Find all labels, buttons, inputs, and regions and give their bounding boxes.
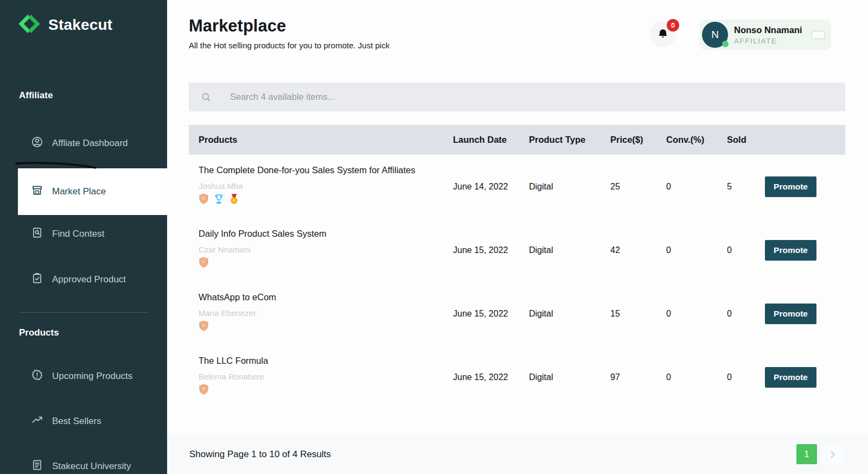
- product-badges: [199, 194, 453, 206]
- sidebar-item-market-place[interactable]: Market Place: [18, 168, 167, 215]
- promote-button[interactable]: Promote: [765, 367, 816, 388]
- brand-name: Stakecut: [48, 16, 112, 34]
- next-page-button[interactable]: [822, 444, 843, 464]
- product-author: Belema Ronabere: [199, 372, 453, 381]
- product-row: WhatsApp to eCom Maria Ebenezer June 15,…: [189, 282, 845, 345]
- shield-badge-icon: [199, 193, 209, 207]
- column-header-sold: Sold: [727, 135, 765, 145]
- sidebar-item-approved-product[interactable]: Approved Product: [0, 267, 167, 293]
- main-content: Marketplace All the Hot selling products…: [167, 0, 868, 474]
- seal-exclamation-icon: [31, 369, 43, 384]
- shield-badge-icon: [199, 384, 209, 397]
- notification-count-badge: 0: [667, 19, 679, 31]
- clipboard-check-icon: [31, 272, 43, 287]
- search-bar: [189, 83, 845, 111]
- page-title: Marketplace: [189, 16, 390, 36]
- sidebar-item-stakecut-university[interactable]: Stakecut University: [19, 453, 148, 474]
- product-type-cell: Digital: [529, 309, 610, 319]
- sidebar-item-best-sellers[interactable]: Best Sellers: [19, 408, 148, 434]
- trophy-badge-icon: [214, 193, 224, 207]
- bell-icon: [656, 28, 669, 41]
- price-cell: 25: [610, 182, 666, 192]
- table-header: Products Launch Date Product Type Price(…: [189, 125, 845, 155]
- user-meta: Nonso Nnamani AFFILIATE: [734, 25, 802, 45]
- table-footer: Showing Page 1 to 10 of 4 Results 1: [167, 434, 868, 474]
- notifications-button[interactable]: 0: [650, 21, 676, 47]
- product-author: Maria Ebenezer: [199, 308, 453, 318]
- launch-date-cell: June 15, 2022: [453, 309, 529, 319]
- product-author: Czar Nnamani: [199, 245, 453, 254]
- brand-logo[interactable]: Stakecut: [0, 0, 167, 36]
- column-header-products: Products: [199, 135, 453, 145]
- storefront-icon: [31, 184, 43, 199]
- product-author: Joshua Mba: [199, 181, 453, 191]
- user-profile-chip[interactable]: N Nonso Nnamani AFFILIATE: [700, 20, 831, 50]
- search-input[interactable]: [230, 92, 845, 102]
- product-title: WhatsApp to eCom: [199, 292, 453, 302]
- product-row: The LLC Formula Belema Ronabere June 15,…: [189, 345, 845, 409]
- product-row: The Complete Done-for-you Sales System f…: [189, 155, 845, 218]
- user-role: AFFILIATE: [734, 37, 802, 45]
- avatar: N: [702, 22, 728, 48]
- pagination: 1: [796, 444, 843, 464]
- sidebar-nav: Affiliate Affliate Dashboard Market Plac…: [0, 90, 167, 474]
- sidebar-section-label: Products: [19, 327, 148, 338]
- column-header-conv: Conv.(%): [666, 135, 727, 145]
- sidebar-section-label: Affiliate: [19, 90, 167, 101]
- search-icon: [201, 92, 212, 103]
- promote-button[interactable]: Promote: [765, 176, 816, 197]
- price-cell: 97: [610, 372, 666, 382]
- sidebar-section-products: Products Upcoming Products Best Sellers …: [19, 312, 148, 474]
- launch-date-cell: June 15, 2022: [453, 372, 529, 382]
- product-badges: [199, 385, 453, 396]
- conv-cell: 0: [666, 245, 727, 255]
- price-cell: 42: [610, 245, 666, 255]
- product-table-body: The Complete Done-for-you Sales System f…: [189, 155, 845, 409]
- user-name: Nonso Nnamani: [734, 25, 802, 35]
- sold-cell: 0: [727, 309, 765, 319]
- product-title: The Complete Done-for-you Sales System f…: [199, 165, 453, 175]
- product-type-cell: Digital: [529, 245, 610, 255]
- price-cell: 15: [610, 309, 666, 319]
- page-header: Marketplace All the Hot selling products…: [189, 16, 390, 50]
- launch-date-cell: June 15, 2022: [453, 245, 529, 255]
- sidebar-item-affliate-dashboard[interactable]: Affliate Dashboard: [0, 130, 167, 156]
- conv-cell: 0: [666, 372, 727, 382]
- conv-cell: 0: [666, 182, 727, 192]
- product-badges: [199, 321, 453, 333]
- product-row: Daily Info Product Sales System Czar Nna…: [189, 218, 845, 282]
- document-text-icon: [31, 459, 43, 474]
- document-search-icon: [31, 226, 43, 242]
- promote-button[interactable]: Promote: [765, 304, 816, 324]
- promote-button[interactable]: Promote: [765, 240, 816, 261]
- product-title: The LLC Formula: [199, 356, 453, 366]
- chevron-right-icon: [828, 450, 837, 459]
- user-circle-icon: [31, 136, 43, 151]
- launch-date-cell: June 14, 2022: [453, 182, 529, 192]
- shield-badge-icon: [199, 320, 209, 334]
- trending-up-icon: [31, 414, 43, 429]
- sidebar-section-affiliate: Affiliate Affliate Dashboard Market Plac…: [0, 90, 167, 293]
- product-type-cell: Digital: [529, 372, 610, 382]
- shield-badge-icon: [199, 257, 209, 270]
- page-number-button[interactable]: 1: [796, 444, 817, 464]
- product-badges: [199, 258, 453, 269]
- sold-cell: 0: [727, 245, 765, 255]
- column-header-price: Price($): [610, 135, 666, 145]
- brand-logo-icon: [18, 14, 41, 36]
- sold-cell: 5: [727, 182, 765, 192]
- medal-badge-icon: [229, 193, 239, 207]
- sidebar-item-find-contest[interactable]: Find Contest: [0, 221, 167, 247]
- conv-cell: 0: [666, 309, 727, 319]
- column-header-product-type: Product Type: [529, 135, 610, 145]
- product-type-cell: Digital: [529, 182, 610, 192]
- results-summary: Showing Page 1 to 10 of 4 Results: [189, 449, 331, 460]
- online-status-dot: [722, 41, 729, 47]
- page-subtitle: All the Hot selling products for you to …: [189, 41, 390, 50]
- product-title: Daily Info Product Sales System: [199, 229, 453, 239]
- column-header-launch-date: Launch Date: [453, 135, 529, 145]
- sold-cell: 0: [727, 372, 765, 382]
- sidebar-item-upcoming-products[interactable]: Upcoming Products: [19, 363, 148, 389]
- sidebar: Stakecut Affiliate Affliate Dashboard Ma…: [0, 0, 167, 474]
- card-icon: [812, 31, 825, 39]
